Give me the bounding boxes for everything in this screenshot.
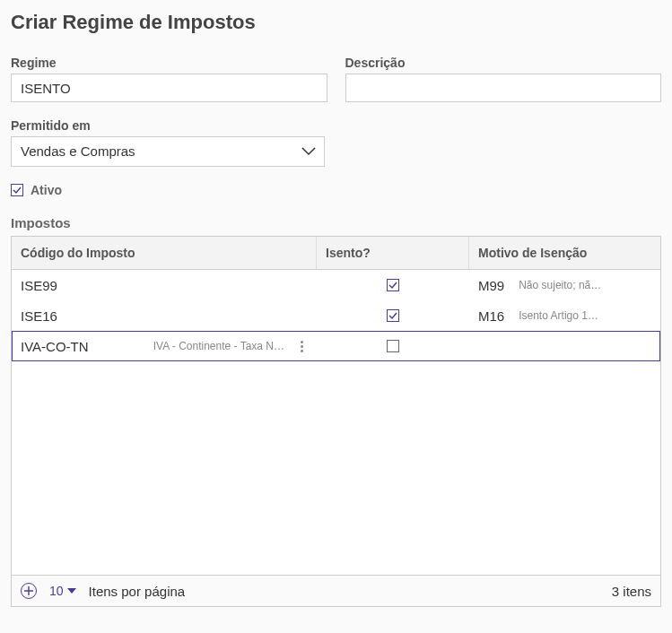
codigo-value: ISE99 — [21, 278, 57, 293]
table-row[interactable]: ISE99M99Não sujeito; nã… — [12, 270, 660, 300]
motivo-cell[interactable]: M99Não sujeito; nã… — [469, 270, 660, 300]
impostos-grid: Código do Imposto Isento? Motivo de Isen… — [11, 236, 661, 607]
permitido-em-field: Permitido em Vendas e Compras — [11, 118, 325, 167]
add-row-button[interactable] — [21, 583, 37, 599]
isento-checkbox[interactable] — [387, 340, 399, 352]
regime-input[interactable] — [11, 74, 327, 102]
isento-cell — [317, 300, 469, 331]
page-size-select[interactable]: 10 — [49, 584, 76, 598]
ativo-checkbox[interactable] — [11, 184, 23, 196]
motivo-desc: Não sujeito; nã… — [519, 279, 651, 291]
table-row[interactable]: ISE16M16Isento Artigo 1… — [12, 300, 660, 331]
grid-footer: 10 Itens por página 3 itens — [12, 575, 660, 606]
row-menu-icon[interactable] — [295, 341, 308, 352]
codigo-value: ISE16 — [21, 308, 57, 324]
grid-header: Código do Imposto Isento? Motivo de Isen… — [12, 237, 660, 270]
codigo-value: IVA-CO-TN — [21, 339, 89, 354]
motivo-desc: Isento Artigo 1… — [519, 309, 651, 322]
total-items: 3 itens — [612, 584, 651, 599]
page-size-label: Itens por página — [89, 584, 186, 599]
regime-label: Regime — [11, 56, 327, 70]
motivo-cell[interactable]: M16Isento Artigo 1… — [469, 300, 660, 331]
caret-down-icon — [67, 588, 76, 594]
ativo-label: Ativo — [31, 183, 62, 197]
header-motivo[interactable]: Motivo de Isenção — [469, 237, 660, 269]
motivo-code: M16 — [478, 308, 504, 324]
permitido-em-select[interactable]: Vendas e Compras — [11, 136, 325, 167]
descricao-input[interactable] — [345, 74, 662, 102]
codigo-cell[interactable]: ISE99 — [12, 270, 317, 300]
isento-cell — [317, 331, 469, 361]
codigo-cell[interactable]: ISE16 — [12, 300, 317, 331]
regime-field: Regime — [11, 56, 327, 102]
header-isento[interactable]: Isento? — [317, 237, 469, 269]
page-title: Criar Regime de Impostos — [11, 11, 661, 34]
isento-cell — [317, 270, 469, 300]
descricao-label: Descrição — [345, 56, 662, 70]
codigo-cell[interactable]: IVA-CO-TNIVA - Continente - Taxa N… — [12, 331, 317, 361]
header-codigo[interactable]: Código do Imposto — [12, 237, 317, 269]
grid-body: ISE99M99Não sujeito; nã…ISE16M16Isento A… — [12, 270, 660, 575]
descricao-field: Descrição — [345, 56, 662, 102]
permitido-em-value: Vendas e Compras — [11, 136, 325, 167]
isento-checkbox[interactable] — [387, 279, 399, 291]
motivo-code: M99 — [478, 278, 504, 293]
table-row[interactable]: IVA-CO-TNIVA - Continente - Taxa N… — [12, 331, 660, 361]
motivo-cell[interactable] — [469, 331, 660, 361]
codigo-desc: IVA - Continente - Taxa N… — [96, 340, 288, 352]
permitido-em-label: Permitido em — [11, 118, 325, 133]
page-size-value: 10 — [49, 584, 64, 598]
grid-title: Impostos — [11, 215, 661, 230]
isento-checkbox[interactable] — [387, 309, 399, 322]
